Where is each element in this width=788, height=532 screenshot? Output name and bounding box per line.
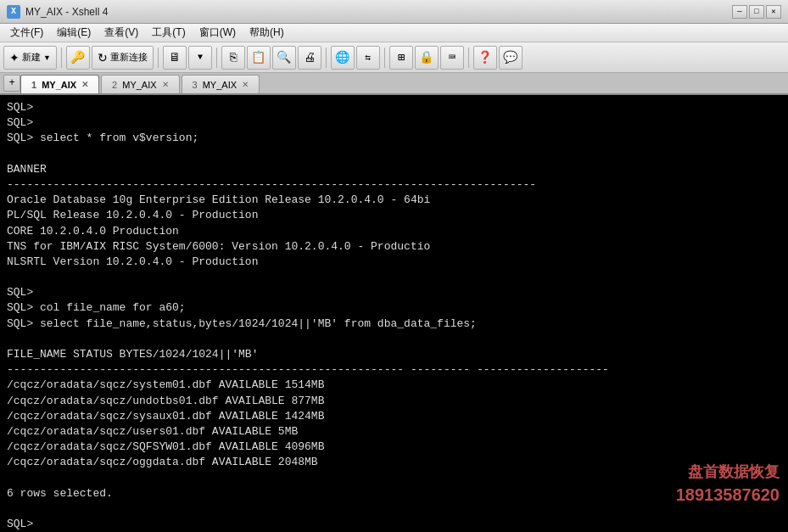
toolbar: ✦ 新建 ▼ 🔑 ↻ 重新连接 🖥 ▼ ⎘ 📋 🔍 🖨 🌐 ⇆ ⊞ 🔒 ⌨ ❓ … [0,42,788,73]
terminal[interactable]: SQL>SQL>SQL> select * from v$version; BA… [0,95,788,532]
watermark: 盘首数据恢复 18913587620 [676,462,780,507]
help-button[interactable]: ❓ [473,46,497,70]
menu-item-w[interactable]: 窗口(W) [193,24,243,42]
paste-button[interactable]: 📋 [247,46,271,70]
copy-button[interactable]: ⎘ [221,46,245,70]
close-button[interactable]: ✕ [766,5,781,19]
terminal-line: SQL> [7,517,781,532]
reconnect-button[interactable]: ↻ 重新连接 [92,46,154,70]
terminal-line: PL/SQL Release 10.2.0.4.0 - Production [7,208,781,223]
reconnect-icon: ↻ [98,51,108,64]
terminal-line: ----------------------------------------… [7,362,781,378]
tab-3-num: 3 [193,80,198,90]
dropdown-button[interactable]: ▼ [188,46,212,70]
tab-2[interactable]: 2 MY_AIX✕ [101,75,179,93]
app-icon: X [7,5,20,19]
terminal-line [7,332,781,347]
reconnect-label: 重新连接 [110,51,148,64]
add-tab-button[interactable]: + [3,75,20,92]
new-icon: ✦ [9,51,20,64]
find-button[interactable]: 🔍 [272,46,296,70]
chat-button[interactable]: 💬 [499,46,523,70]
terminal-line: SQL> [7,115,781,131]
toolbar-separator-4 [326,48,327,68]
new-dropdown-icon[interactable]: ▼ [43,53,51,62]
tab-1-num: 1 [31,80,36,90]
toolbar-separator-1 [61,48,62,68]
terminal-line: BANNER [7,162,781,177]
menu-item-f[interactable]: 文件(F) [3,24,50,42]
window-title: MY_AIX - Xshell 4 [25,6,730,18]
transfer-button[interactable]: ⇆ [356,46,380,70]
monitor-button[interactable]: 🖥 [163,46,187,70]
grid-button[interactable]: ⊞ [389,46,413,70]
terminal-line: SQL> [7,100,781,115]
terminal-line: FILE_NAME STATUS BYTES/1024/1024||'MB' [7,347,781,362]
print-button[interactable]: 🖨 [298,46,321,70]
terminal-line: /cqcz/oradata/sqcz/users01.dbf AVAILABLE… [7,424,781,440]
tab-1[interactable]: 1 MY_AIX✕ [20,75,99,93]
toolbar-separator-3 [216,48,217,68]
tab-3-close[interactable]: ✕ [242,80,249,89]
terminal-line: SQL> select file_name,status,bytes/1024/… [7,316,781,332]
tab-2-num: 2 [112,80,117,90]
tab-1-close[interactable]: ✕ [81,80,88,89]
terminal-line [7,501,781,517]
tab-2-close[interactable]: ✕ [162,80,169,89]
menu-item-v[interactable]: 查看(V) [98,24,145,42]
terminal-line: /cqcz/oradata/sqcz/SQFSYW01.dbf AVAILABL… [7,440,781,455]
tab-3[interactable]: 3 MY_AIX✕ [182,75,260,93]
terminal-line [7,270,781,285]
watermark-text-2: 18913587620 [676,483,780,507]
terminal-line: CORE 10.2.0.4.0 Production [7,224,781,239]
tab-3-label: MY_AIX [203,80,237,90]
terminal-line: SQL> [7,285,781,300]
keyboard-button[interactable]: ⌨ [440,46,464,70]
tab-1-label: MY_AIX [42,80,76,90]
maximize-button[interactable]: □ [749,5,764,19]
lock-button[interactable]: 🔒 [415,46,439,70]
terminal-line: ----------------------------------------… [7,177,781,193]
menu-item-e[interactable]: 编辑(E) [50,24,98,42]
globe-button[interactable]: 🌐 [331,46,355,70]
key-button[interactable]: 🔑 [66,46,90,70]
terminal-line: /cqcz/oradata/sqcz/undotbs01.dbf AVAILAB… [7,394,781,409]
titlebar: X MY_AIX - Xshell 4 ─ □ ✕ [0,0,788,24]
toolbar-separator-6 [468,48,469,68]
terminal-line: NLSRTL Version 10.2.0.4.0 - Production [7,255,781,270]
terminal-line: SQL> col file_name for a60; [7,300,781,316]
toolbar-separator-2 [158,48,159,68]
terminal-line: 6 rows selected. [7,486,781,501]
terminal-line: /cqcz/oradata/sqcz/sysaux01.dbf AVAILABL… [7,409,781,424]
tabbar: + 1 MY_AIX✕2 MY_AIX✕3 MY_AIX✕ [0,73,788,95]
toolbar-separator-5 [384,48,385,68]
menu-item-h[interactable]: 帮助(H) [243,24,291,42]
new-button[interactable]: ✦ 新建 ▼ [3,46,57,70]
terminal-line [7,147,781,162]
terminal-line: /cqcz/oradata/sqcz/system01.dbf AVAILABL… [7,378,781,393]
minimize-button[interactable]: ─ [732,5,747,19]
menu-item-t[interactable]: 工具(T) [145,24,192,42]
new-label: 新建 [22,51,41,64]
terminal-line [7,471,781,486]
terminal-line: SQL> select * from v$version; [7,131,781,146]
terminal-line: TNS for IBM/AIX RISC System/6000: Versio… [7,239,781,255]
terminal-line: /cqcz/oradata/sqcz/oggdata.dbf AVAILABLE… [7,455,781,470]
terminal-line: Oracle Database 10g Enterprise Edition R… [7,193,781,208]
watermark-text-1: 盘首数据恢复 [676,462,780,483]
menubar: 文件(F)编辑(E)查看(V)工具(T)窗口(W)帮助(H) [0,24,788,42]
tab-2-label: MY_AIX [122,80,156,90]
